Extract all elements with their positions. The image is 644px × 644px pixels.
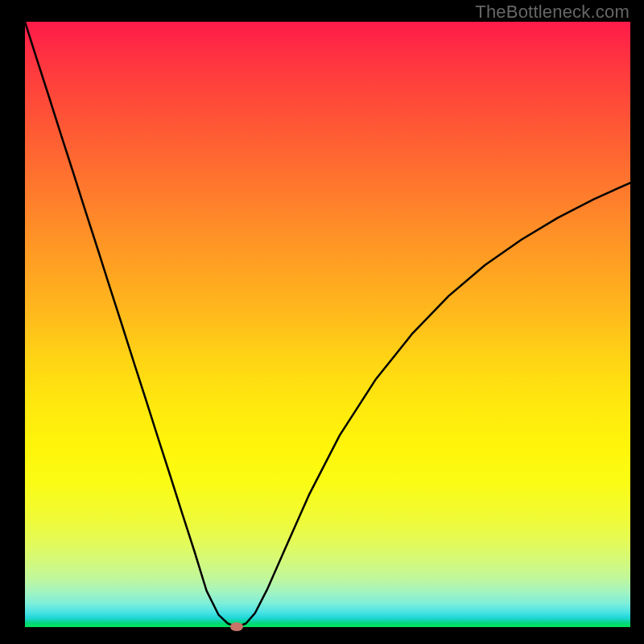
optimal-point-marker bbox=[230, 622, 243, 631]
bottleneck-curve bbox=[25, 22, 630, 627]
watermark-text: TheBottleneck.com bbox=[475, 2, 630, 23]
